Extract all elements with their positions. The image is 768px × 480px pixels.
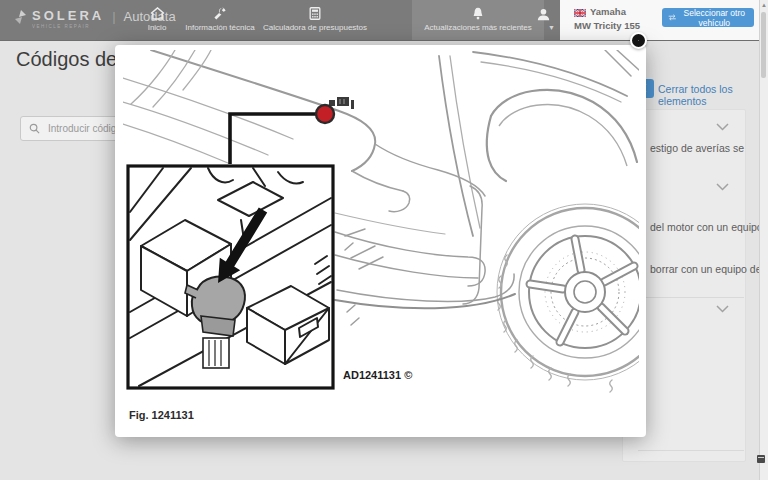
- nav-label: Inicio: [148, 23, 167, 32]
- vehicle-model: MW Tricity 155: [574, 20, 640, 31]
- nav-label: Calculadora de presupuestos: [263, 23, 367, 32]
- image-credit: AD1241131 ©: [343, 369, 412, 381]
- divider: [638, 450, 744, 451]
- figure-modal: AD1241131 © Fig. 1241131: [115, 45, 646, 437]
- scooter-location-diagram: [123, 50, 639, 398]
- home-icon: [150, 7, 165, 20]
- text-fragment: del motor con un equipo de: [650, 221, 768, 233]
- select-vehicle-label: Seleccionar otro vehículo: [680, 8, 748, 28]
- bell-icon: [471, 7, 485, 20]
- chevron-down-icon[interactable]: [716, 183, 729, 191]
- swap-arrows-icon: [668, 13, 676, 22]
- chevron-down-icon: ▼: [548, 24, 555, 31]
- wrench-icon: [213, 7, 227, 20]
- solera-logo-icon: [14, 10, 27, 24]
- user-icon: [536, 7, 551, 22]
- select-vehicle-button[interactable]: Seleccionar otro vehículo: [662, 8, 754, 27]
- chevron-down-icon[interactable]: [716, 123, 729, 131]
- flag-icon: [574, 9, 586, 17]
- close-all-elements-link[interactable]: Cerrar todos los elementos: [658, 83, 768, 107]
- connector-icon: [329, 97, 354, 109]
- brand-subtitle: VEHICLE REPAIR: [32, 24, 104, 29]
- brand-name: SOLERA: [32, 9, 104, 22]
- divider: [638, 297, 744, 298]
- location-marker: [316, 105, 334, 123]
- nav-item-actualizaciones[interactable]: Actualizaciones más recientes: [412, 0, 544, 40]
- nav-label: Actualizaciones más recientes: [424, 23, 532, 32]
- scrollbar-bottom-icon[interactable]: [757, 455, 765, 463]
- modal-close-button[interactable]: [630, 32, 647, 49]
- scrollbar-thumb[interactable]: [761, 12, 766, 78]
- top-navbar: SOLERA VEHICLE REPAIR | Autodata Inicio …: [0, 0, 768, 41]
- figure-label: Fig. 1241131: [129, 409, 194, 421]
- text-fragment: borrar con un equipo de: [650, 263, 762, 275]
- vehicle-make: Yamaha: [590, 6, 626, 17]
- chevron-down-icon[interactable]: [716, 305, 729, 313]
- text-fragment: estigo de averías se: [650, 142, 744, 154]
- scrollbar[interactable]: ▲: [759, 0, 768, 480]
- search-icon: [29, 123, 40, 134]
- nav-label: Información técnica: [185, 23, 254, 32]
- user-menu[interactable]: ▼: [528, 0, 558, 40]
- nav-item-calculadora[interactable]: Calculadora de presupuestos: [252, 0, 378, 40]
- calculator-icon: [309, 7, 321, 20]
- logo-divider: |: [112, 9, 115, 24]
- scrollbar-up-arrow[interactable]: ▲: [760, 1, 768, 10]
- close-icon: [638, 36, 639, 45]
